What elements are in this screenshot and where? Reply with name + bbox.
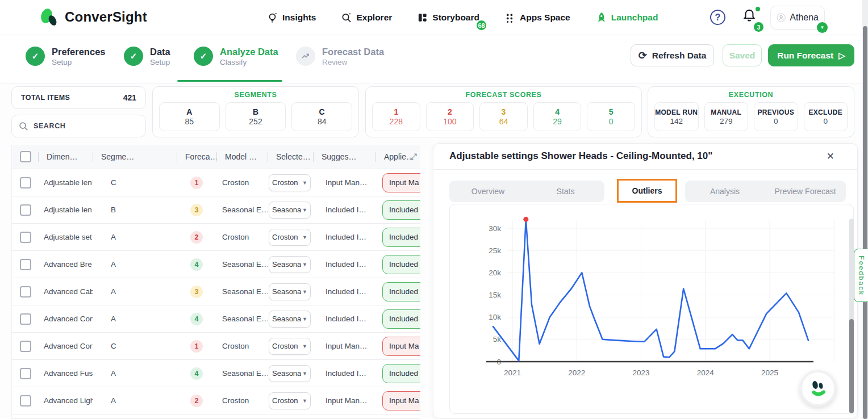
dimension-link[interactable]: Advanced Con [38, 315, 93, 323]
tab-analysis[interactable]: Analysis [685, 181, 765, 202]
stat-value: 252 [249, 117, 262, 126]
model-select[interactable]: Seasona ▼ [269, 365, 311, 382]
stat-value: 29 [553, 117, 562, 126]
column-header[interactable]: Foreca… [177, 152, 216, 162]
feedback-tab[interactable]: Feedback [854, 249, 868, 302]
tab-stats[interactable]: Stats [527, 181, 604, 202]
row-checkbox[interactable] [20, 259, 31, 270]
tab-preview-forecast[interactable]: Preview Forecast [765, 181, 846, 202]
page-scrollbar-thumb[interactable] [863, 26, 867, 419]
conversight-logo[interactable]: ConverSight [40, 6, 147, 28]
applied-button[interactable]: Input Ma [382, 391, 420, 410]
stat-label: B [253, 107, 258, 116]
model-cell: Croston [216, 233, 268, 241]
row-checkbox[interactable] [20, 368, 31, 379]
step-forecast-data[interactable]: Forecast Data Review [296, 46, 384, 66]
saved-button[interactable]: Saved [723, 44, 762, 66]
applied-button[interactable]: Included [382, 228, 420, 247]
dimension-link[interactable]: Advanced Fus [38, 369, 93, 378]
applied-button[interactable]: Included [382, 282, 420, 301]
refresh-data-button[interactable]: ⟳ Refresh Data [631, 44, 714, 66]
model-select[interactable]: Croston ▼ [269, 392, 311, 409]
segments-card: SEGMENTS A85B252C84 [152, 86, 359, 137]
applied-button[interactable]: Included [382, 309, 420, 329]
column-header[interactable]: Selecte… [268, 152, 313, 162]
stat-card[interactable]: 50 [587, 102, 635, 131]
row-checkbox[interactable] [20, 286, 31, 298]
model-select[interactable]: Seasona ▼ [269, 311, 311, 328]
model-cell: Seasonal E… [216, 369, 268, 378]
page-scrollbar-track [862, 0, 868, 419]
row-checkbox[interactable] [20, 232, 31, 243]
model-select[interactable]: Seasona ▼ [269, 283, 311, 300]
dimension-link[interactable]: Advanced Con [38, 342, 93, 350]
dimension-link[interactable]: Advanced Ligh [38, 396, 93, 405]
step-preferences[interactable]: ✓ Preferences Setup [26, 46, 105, 66]
model-cell: Seasonal E… [216, 287, 268, 296]
row-checkbox[interactable] [20, 313, 31, 325]
column-header[interactable]: Sugges… [313, 152, 375, 162]
row-checkbox[interactable] [20, 204, 31, 216]
applied-button[interactable]: Input Ma [382, 173, 420, 192]
notifications-bell[interactable]: 3 [742, 8, 759, 27]
tab-outliers[interactable]: Outliers [617, 179, 677, 203]
stat-card[interactable]: MODEL RUN142 [654, 102, 699, 131]
dimension-link[interactable]: Adjustable len [38, 206, 93, 214]
expand-table-icon[interactable]: ⤢ [410, 152, 417, 162]
column-header[interactable]: Model … [216, 152, 268, 162]
run-forecast-button[interactable]: Run Forecast ▷ [768, 44, 854, 66]
outlier-point[interactable] [523, 217, 528, 222]
dimension-link[interactable]: Adjustable len [38, 178, 93, 187]
applied-button[interactable]: Included [382, 364, 420, 383]
stat-card[interactable]: B252 [226, 102, 286, 131]
nav-item-insights[interactable]: Insights [267, 12, 316, 23]
row-checkbox[interactable] [20, 177, 31, 188]
row-checkbox[interactable] [20, 395, 31, 407]
dimension-link[interactable]: Adjustable set [38, 233, 93, 241]
assistant-chat-button[interactable] [800, 370, 836, 407]
dimension-link[interactable]: Advanced Cab [38, 287, 93, 296]
nav-item-apps-space[interactable]: Apps Space [504, 12, 570, 23]
forecast-scores-card: FORECAST SCORES 1228210036442950 [365, 86, 642, 137]
model-select[interactable]: Croston ▼ [269, 229, 311, 246]
stat-card[interactable]: 429 [533, 102, 582, 131]
step-title: Data [150, 46, 170, 58]
step-title: Preferences [52, 46, 105, 58]
column-header[interactable]: Segme… [93, 152, 177, 162]
stat-card[interactable]: PREVIOUS0 [754, 102, 798, 131]
stat-card[interactable]: 1228 [372, 102, 420, 131]
stat-card[interactable]: C84 [291, 102, 352, 131]
applied-button[interactable]: Included [382, 255, 420, 274]
stat-label: 1 [394, 107, 398, 116]
search-input[interactable] [34, 122, 124, 130]
stat-card[interactable]: 364 [479, 102, 528, 131]
dimension-link[interactable]: Advanced Bre [38, 260, 93, 269]
model-select[interactable]: Seasona ▼ [269, 256, 311, 273]
model-select[interactable]: Seasona ▼ [269, 202, 311, 219]
select-all-checkbox[interactable] [20, 151, 31, 162]
nav-item-explorer[interactable]: Explorer [341, 12, 392, 23]
model-select[interactable]: Croston ▼ [269, 338, 311, 355]
user-menu[interactable]: Athena ▼ [770, 6, 825, 30]
stat-label: MODEL RUN [655, 108, 698, 116]
step-analyze-data[interactable]: ✓ Analyze Data Classify [194, 46, 278, 66]
stat-card[interactable]: EXCLUDE0 [804, 102, 848, 131]
stat-card[interactable]: A85 [159, 102, 220, 131]
help-icon[interactable]: ? [710, 10, 725, 25]
row-checkbox[interactable] [20, 341, 31, 352]
panel-scrollbar-thumb[interactable] [849, 319, 854, 413]
tab-overview[interactable]: Overview [449, 181, 527, 202]
nav-item-launchpad[interactable]: Launchpad [595, 12, 658, 23]
stat-card[interactable]: 2100 [426, 102, 474, 131]
step-data[interactable]: ✓ Data Setup [124, 46, 170, 66]
nav-item-storyboard[interactable]: Storyboard 68 [417, 12, 479, 23]
model-select[interactable]: Croston ▼ [269, 174, 311, 191]
close-icon[interactable]: ✕ [827, 150, 834, 162]
stat-card[interactable]: MANUAL279 [704, 102, 749, 131]
chevron-down-icon: ▼ [302, 262, 307, 267]
column-header[interactable]: Dimen… [38, 152, 93, 162]
chevron-down-icon: ▼ [302, 343, 307, 349]
score-badge: 1 [190, 177, 203, 189]
applied-button[interactable]: Input Ma [382, 337, 420, 356]
applied-button[interactable]: Included [382, 200, 420, 220]
